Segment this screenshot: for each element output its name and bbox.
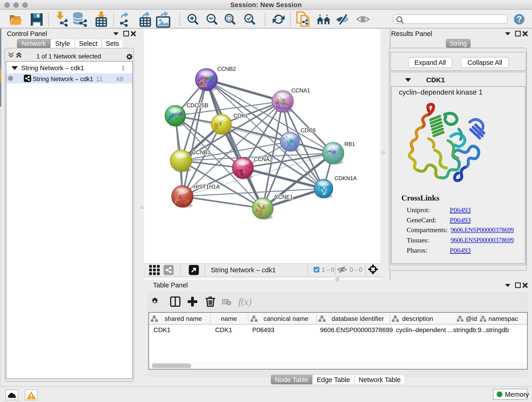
svg-text:CCNB1: CCNB1 bbox=[192, 149, 210, 155]
svg-text:CDC25B: CDC25B bbox=[186, 102, 208, 108]
svg-text:1 – 0: 1 – 0 bbox=[322, 266, 335, 273]
svg-text:description: description bbox=[402, 315, 433, 322]
svg-text:CDK1: CDK1 bbox=[234, 113, 248, 119]
svg-text:name: name bbox=[221, 315, 237, 322]
svg-text:CDKN1A: CDKN1A bbox=[335, 175, 357, 181]
svg-text:RB1: RB1 bbox=[344, 141, 355, 147]
svg-text:f(x): f(x) bbox=[238, 296, 252, 307]
svg-text:HIST1H1A: HIST1H1A bbox=[193, 184, 220, 190]
svg-text:String Network – cdk1: String Network – cdk1 bbox=[211, 266, 276, 274]
svg-text:0 – 0: 0 – 0 bbox=[350, 266, 362, 273]
svg-text:@id: @id bbox=[466, 315, 477, 322]
svg-text:CCNE1: CCNE1 bbox=[274, 194, 293, 200]
svg-text:?: ? bbox=[516, 14, 522, 24]
svg-text:CCNA2: CCNA2 bbox=[254, 156, 272, 162]
svg-text:canonical name: canonical name bbox=[264, 315, 308, 322]
svg-text:namespac: namespac bbox=[488, 315, 518, 322]
svg-text:database identifier: database identifier bbox=[331, 315, 384, 322]
svg-text:CDC6: CDC6 bbox=[301, 127, 316, 133]
svg-text:CCNA1: CCNA1 bbox=[291, 87, 310, 94]
svg-text:shared name: shared name bbox=[165, 315, 202, 322]
svg-text:CCNB2: CCNB2 bbox=[217, 66, 236, 72]
